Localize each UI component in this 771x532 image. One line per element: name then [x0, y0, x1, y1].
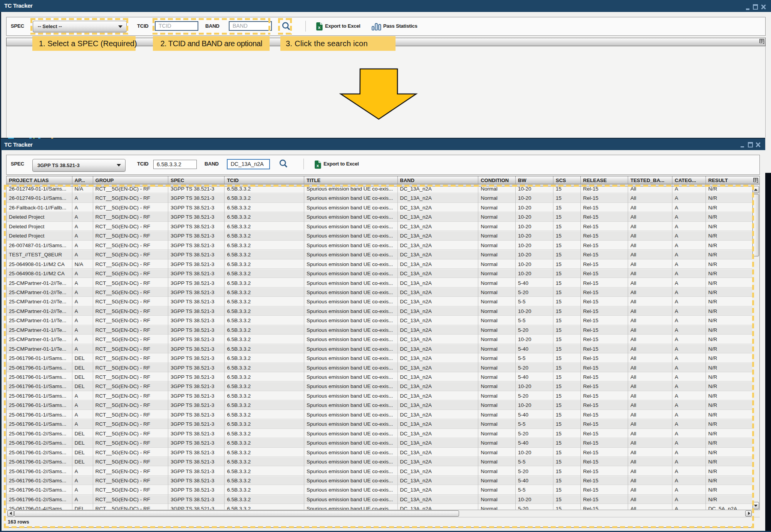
svg-text:x: x: [317, 163, 319, 168]
svg-text:x: x: [318, 25, 321, 30]
